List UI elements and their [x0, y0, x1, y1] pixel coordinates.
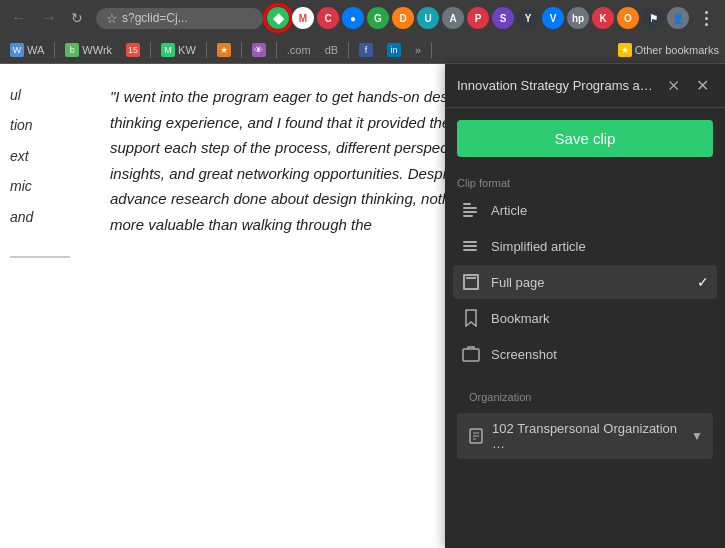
bookmark-divider-7	[431, 42, 432, 58]
ext-icon-profile[interactable]: 👤	[667, 7, 689, 29]
clip-option-fullpage[interactable]: Full page ✓	[453, 265, 717, 299]
organization-dropdown[interactable]: 102 Transpersonal Organization … ▼	[457, 413, 713, 459]
other-bookmarks[interactable]: ★ Other bookmarks	[618, 43, 719, 57]
clip-option-fullpage-label: Full page	[491, 275, 544, 290]
ext-icon-9[interactable]: Y	[517, 7, 539, 29]
ext-icon-12[interactable]: K	[592, 7, 614, 29]
bookmarks-bar: W WA b WWrk 15 M KW ★ 👁 .com dB	[0, 36, 725, 64]
clip-option-simplified[interactable]: Simplified article	[453, 229, 717, 263]
ext-icon-8[interactable]: S	[492, 7, 514, 29]
bookmark-b2[interactable]: 👁	[248, 41, 270, 59]
bookmark-divider-5	[276, 42, 277, 58]
bookmark-linkedin[interactable]: in	[383, 41, 405, 59]
ext-icon-4[interactable]: D	[392, 7, 414, 29]
bookmark-option-icon	[461, 308, 481, 328]
screenshot-option-icon	[461, 344, 481, 364]
bookmark-more[interactable]: »	[411, 42, 425, 58]
sidebar-text-4: mic	[10, 175, 32, 197]
bookmark-wwrk[interactable]: b WWrk	[61, 41, 116, 59]
ext-icon-5[interactable]: U	[417, 7, 439, 29]
organization-section: Organization 102 Transpersonal Organizat…	[445, 371, 725, 459]
close-panel-button[interactable]: ✕	[692, 74, 713, 97]
panel-header-icons: ⨯ ✕	[663, 74, 713, 97]
clip-options: Article Simplified article Full page ✓	[445, 193, 725, 371]
browser-chrome: ← → ↻ ☆ s?gclid=Cj... ◆ M C ● G D U A P …	[0, 0, 725, 64]
ext-icon-7[interactable]: P	[467, 7, 489, 29]
org-value: 102 Transpersonal Organization …	[492, 421, 683, 451]
bookmark-b4[interactable]: dB	[321, 42, 342, 58]
clip-format-label: Clip format	[445, 169, 725, 193]
clip-option-article[interactable]: Article	[453, 193, 717, 227]
ext-icon-10[interactable]: V	[542, 7, 564, 29]
back-button[interactable]: ←	[6, 5, 32, 31]
clip-option-article-label: Article	[491, 203, 527, 218]
fullpage-option-icon	[461, 272, 481, 292]
nav-buttons: ← → ↻	[6, 5, 88, 31]
sidebar-text-5: and	[10, 206, 33, 228]
simplified-option-icon	[461, 236, 481, 256]
ext-icon-6[interactable]: A	[442, 7, 464, 29]
other-bookmarks-label: Other bookmarks	[635, 44, 719, 56]
ext-icon-13[interactable]: O	[617, 7, 639, 29]
browser-menu-button[interactable]	[693, 5, 719, 31]
evernote-extension-icon[interactable]: ◆	[267, 7, 289, 29]
clip-option-screenshot[interactable]: Screenshot	[453, 337, 717, 371]
bookmark-kw[interactable]: M KW	[157, 41, 200, 59]
clip-option-simplified-label: Simplified article	[491, 239, 586, 254]
address-bar[interactable]: ☆ s?gclid=Cj...	[96, 8, 263, 29]
sidebar-text-3: ext	[10, 145, 29, 167]
panel-title: Innovation Strategy Programs a…	[457, 78, 663, 93]
clip-option-bookmark-label: Bookmark	[491, 311, 550, 326]
article-sidebar: ul tion ext mic and	[0, 64, 80, 548]
gmail-extension-icon[interactable]: M	[292, 7, 314, 29]
ext-icon-2[interactable]: ●	[342, 7, 364, 29]
org-dropdown-arrow-icon: ▼	[691, 429, 703, 443]
clip-option-bookmark[interactable]: Bookmark	[453, 301, 717, 335]
ext-icon-11[interactable]: hp	[567, 7, 589, 29]
resize-panel-button[interactable]: ⨯	[663, 74, 684, 97]
clip-option-screenshot-label: Screenshot	[491, 347, 557, 362]
article-option-icon	[461, 200, 481, 220]
bookmark-b3[interactable]: .com	[283, 42, 315, 58]
organization-label: Organization	[457, 383, 713, 407]
toolbar: ← → ↻ ☆ s?gclid=Cj... ◆ M C ● G D U A P …	[0, 0, 725, 36]
star-icon: ☆	[106, 11, 118, 26]
bookmark-facebook[interactable]: f	[355, 41, 377, 59]
bookmark-wa[interactable]: W WA	[6, 41, 48, 59]
evernote-panel: Innovation Strategy Programs a… ⨯ ✕ Save…	[445, 64, 725, 548]
extension-icons: ◆ M C ● G D U A P S Y V hp K O ⚑ 👤	[267, 7, 689, 29]
page-area: ul tion ext mic and "I went into the pro…	[0, 64, 725, 548]
bookmark-divider-3	[206, 42, 207, 58]
svg-rect-0	[463, 349, 479, 361]
bookmark-ext1[interactable]: 15	[122, 41, 144, 59]
bookmark-divider-4	[241, 42, 242, 58]
org-icon	[467, 427, 484, 445]
panel-header: Innovation Strategy Programs a… ⨯ ✕	[445, 64, 725, 108]
save-clip-button[interactable]: Save clip	[457, 120, 713, 157]
refresh-button[interactable]: ↻	[66, 7, 88, 29]
bookmark-kw-label: KW	[178, 44, 196, 56]
bookmark-divider-6	[348, 42, 349, 58]
bookmark-wwrk-label: WWrk	[82, 44, 112, 56]
ext-icon-3[interactable]: G	[367, 7, 389, 29]
sidebar-text-1: ul	[10, 84, 21, 106]
bookmark-divider-2	[150, 42, 151, 58]
bookmark-divider-1	[54, 42, 55, 58]
sidebar-text-2: tion	[10, 114, 33, 136]
ext-icon-14[interactable]: ⚑	[642, 7, 664, 29]
article-bottom-line	[10, 256, 70, 258]
bookmark-b3-text: .com	[287, 44, 311, 56]
fullpage-check-icon: ✓	[697, 274, 709, 290]
ext-icon-1[interactable]: C	[317, 7, 339, 29]
address-text: s?gclid=Cj...	[122, 11, 188, 25]
bookmark-wa-label: WA	[27, 44, 44, 56]
bookmark-b4-text: dB	[325, 44, 338, 56]
forward-button[interactable]: →	[36, 5, 62, 31]
bookmark-b1[interactable]: ★	[213, 41, 235, 59]
